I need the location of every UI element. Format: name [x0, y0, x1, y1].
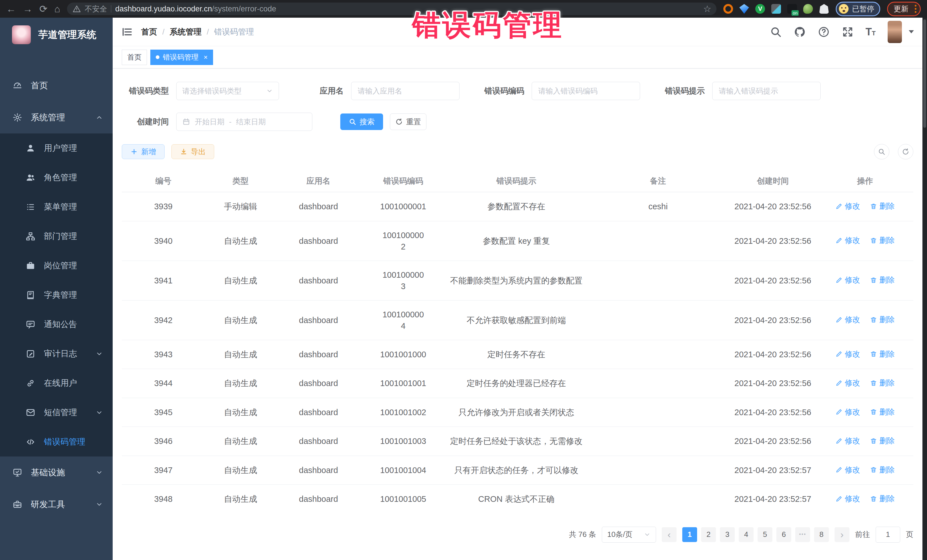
tab-close-icon[interactable]: ×	[204, 53, 208, 61]
extension-icon[interactable]	[803, 4, 813, 14]
browser-back-button[interactable]: ←	[6, 4, 16, 14]
sidebar-item-system-management[interactable]: 系统管理	[0, 102, 112, 134]
sidebar-item-menu-management[interactable]: 菜单管理	[0, 192, 112, 222]
fullscreen-icon[interactable]	[842, 26, 854, 38]
export-button[interactable]: 导出	[172, 144, 214, 159]
edit-button[interactable]: 修改	[836, 314, 860, 325]
page-button-2[interactable]: 2	[701, 527, 716, 542]
bookmark-star-icon[interactable]: ☆	[703, 3, 711, 14]
security-label[interactable]: 不安全	[85, 4, 107, 14]
extension-icon[interactable]	[787, 4, 797, 14]
sidebar-item-online-users[interactable]: 在线用户	[0, 369, 112, 398]
sidebar-item-dept-management[interactable]: 部门管理	[0, 222, 112, 251]
header-search-icon[interactable]	[770, 26, 782, 38]
menu-list-icon	[26, 202, 35, 212]
edit-button[interactable]: 修改	[836, 348, 860, 360]
page-size-select[interactable]: 10条/页	[602, 527, 656, 543]
date-range-picker[interactable]: 开始日期 - 结束日期	[176, 112, 312, 131]
extension-icon[interactable]	[739, 4, 749, 14]
add-button[interactable]: 新增	[122, 144, 164, 159]
sidebar-item-error-code-management[interactable]: 错误码管理	[0, 427, 112, 457]
delete-button[interactable]: 删除	[870, 406, 895, 418]
next-page-button[interactable]: ›	[834, 527, 849, 542]
page-button-3[interactable]: 3	[720, 527, 735, 542]
cell-operations: 修改删除	[817, 340, 913, 369]
sidebar-item-role-management[interactable]: 角色管理	[0, 163, 112, 192]
scrollbar-thumb[interactable]	[923, 20, 926, 128]
delete-button[interactable]: 删除	[870, 274, 895, 286]
delete-button[interactable]: 删除	[870, 200, 895, 212]
page-button-4[interactable]: 4	[739, 527, 754, 542]
sms-icon	[26, 408, 35, 417]
profile-paused-chip[interactable]: 已暂停	[836, 2, 880, 16]
user-avatar[interactable]	[887, 21, 902, 43]
page-button-1[interactable]: 1	[682, 527, 697, 542]
hamburger-icon[interactable]	[121, 26, 133, 38]
table-row: 3948自动生成dashboard1001001005CRON 表达式不正确20…	[122, 485, 913, 513]
goto-page-input[interactable]	[876, 527, 900, 543]
browser-home-button[interactable]: ⌂	[55, 4, 61, 14]
sidebar-item-dict-management[interactable]: 字典管理	[0, 280, 112, 310]
avatar-caret-icon[interactable]	[909, 30, 914, 33]
sidebar-item-label: 通知公告	[44, 319, 103, 330]
table-row: 3947自动生成dashboard1001001004只有开启状态的任务，才可以…	[122, 456, 913, 485]
page-url[interactable]: dashboard.yudao.iocoder.cn/system/error-…	[115, 5, 276, 14]
browser-refresh-button[interactable]: ⟳	[40, 4, 48, 14]
edit-button[interactable]: 修改	[836, 406, 860, 418]
sidebar-item-notice-announcement[interactable]: 通知公告	[0, 310, 112, 339]
app-name-input[interactable]	[357, 87, 453, 96]
delete-button[interactable]: 删除	[870, 435, 895, 446]
edit-button[interactable]: 修改	[836, 377, 860, 389]
sidebar-item-post-management[interactable]: 岗位管理	[0, 251, 112, 280]
edit-button[interactable]: 修改	[836, 235, 860, 246]
delete-button[interactable]: 删除	[870, 493, 895, 504]
page-button-5[interactable]: 5	[758, 527, 772, 542]
user-icon	[26, 143, 35, 153]
delete-button[interactable]: 删除	[870, 377, 895, 389]
font-size-icon[interactable]: TT	[866, 26, 876, 38]
reset-button[interactable]: 重置	[390, 114, 426, 130]
filter-row-1: 错误码类型 请选择错误码类型 应用名 错误码编码 错误码提示	[122, 82, 913, 100]
refresh-table-button[interactable]	[898, 144, 913, 159]
extension-icon[interactable]: V	[755, 4, 765, 14]
sidebar-logo-row[interactable]: 芋道管理系统	[0, 18, 112, 52]
edit-button[interactable]: 修改	[836, 200, 860, 212]
sidebar-item-home[interactable]: 首页	[0, 70, 112, 102]
tab-home[interactable]: 首页	[122, 50, 147, 65]
sidebar-item-dev-tools[interactable]: 研发工具	[0, 489, 112, 521]
page-button-6[interactable]: 6	[777, 527, 791, 542]
extension-icon[interactable]	[771, 4, 781, 14]
error-code-input[interactable]	[538, 87, 634, 96]
error-hint-input[interactable]	[718, 87, 815, 96]
tab-error-code[interactable]: 错误码管理 ×	[150, 50, 213, 65]
edit-button[interactable]: 修改	[836, 274, 860, 286]
extension-icon[interactable]	[723, 4, 733, 14]
browser-update-button[interactable]: 更新	[887, 2, 921, 16]
breadcrumb-system[interactable]: 系统管理	[170, 27, 202, 37]
error-type-select[interactable]: 请选择错误码类型	[176, 82, 279, 100]
role-icon	[26, 173, 35, 182]
sidebar-item-infrastructure[interactable]: 基础设施	[0, 457, 112, 489]
browser-menu-kebab-icon[interactable]	[915, 5, 916, 13]
search-button[interactable]: 搜索	[340, 114, 383, 130]
delete-button[interactable]: 删除	[870, 314, 895, 325]
prev-page-button[interactable]: ‹	[662, 527, 676, 542]
sidebar-item-sms-management[interactable]: 短信管理	[0, 398, 112, 427]
address-bar[interactable]: 不安全 dashboard.yudao.iocoder.cn/system/er…	[67, 3, 716, 15]
sidebar-item-user-management[interactable]: 用户管理	[0, 134, 112, 163]
github-icon[interactable]	[794, 26, 806, 38]
edit-button[interactable]: 修改	[836, 493, 860, 504]
delete-button[interactable]: 删除	[870, 348, 895, 360]
edit-button[interactable]: 修改	[836, 435, 860, 446]
delete-button[interactable]: 删除	[870, 235, 895, 246]
toggle-search-button[interactable]	[874, 144, 889, 159]
edit-button[interactable]: 修改	[836, 464, 860, 476]
extension-icon[interactable]	[819, 4, 829, 14]
sidebar-item-audit-log[interactable]: 审计日志	[0, 339, 112, 369]
page-button-8[interactable]: 8	[814, 527, 829, 542]
browser-forward-button[interactable]: →	[23, 4, 32, 14]
pager-more-button[interactable]: •••	[795, 527, 810, 542]
help-icon[interactable]	[818, 26, 830, 38]
delete-button[interactable]: 删除	[870, 464, 895, 476]
breadcrumb-home[interactable]: 首页	[141, 27, 157, 37]
